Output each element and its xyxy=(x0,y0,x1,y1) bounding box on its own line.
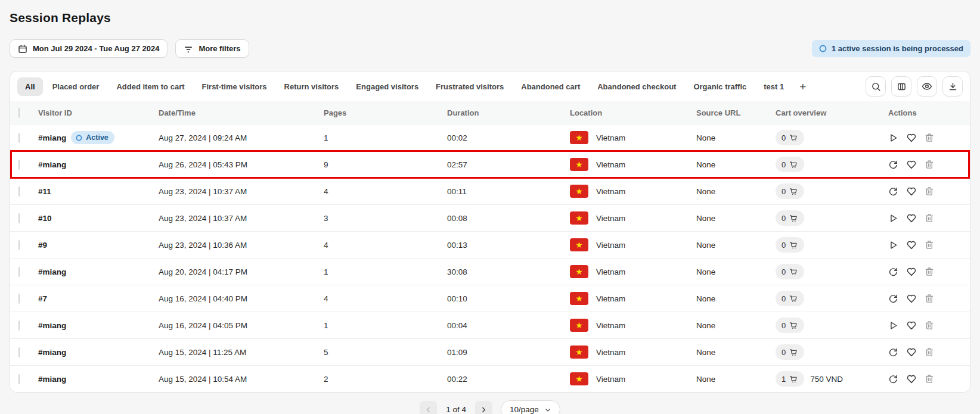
row-checkbox[interactable] xyxy=(18,186,20,197)
tab-all[interactable]: All xyxy=(17,77,43,96)
pages-count: 1 xyxy=(324,321,447,330)
table-row[interactable]: #miang Aug 26, 2024 | 05:43 PM 9 02:57 ★… xyxy=(10,151,970,178)
previous-page-button[interactable] xyxy=(420,401,437,414)
tab-abandoned-checkout[interactable]: Abandoned checkout xyxy=(590,77,684,96)
replay-again-button[interactable] xyxy=(888,160,898,170)
favorite-button[interactable] xyxy=(906,373,917,384)
table-row[interactable]: #miang Active Aug 27, 2024 | 09:24 AM 1 … xyxy=(10,124,970,151)
cart-value: 750 VND xyxy=(810,375,843,384)
tab-engaged-visitors[interactable]: Engaged visitors xyxy=(348,77,426,96)
cart-count: 1 xyxy=(781,375,786,384)
row-checkbox[interactable] xyxy=(18,320,20,331)
page-size-select[interactable]: 10/page xyxy=(501,400,560,414)
favorite-button[interactable] xyxy=(906,266,917,277)
location-name: Vietnam xyxy=(596,294,625,303)
favorite-button[interactable] xyxy=(906,213,917,223)
table-row[interactable]: #9 Aug 23, 2024 | 10:36 AM 4 00:13 ★ Vie… xyxy=(10,231,970,258)
tab-test-1[interactable]: test 1 xyxy=(756,77,792,96)
delete-button[interactable] xyxy=(925,160,934,169)
cart-icon xyxy=(789,240,798,250)
favorite-button[interactable] xyxy=(906,159,917,170)
replay-again-button[interactable] xyxy=(888,347,898,357)
source-url: None xyxy=(696,294,776,303)
session-duration: 00:02 xyxy=(447,133,570,142)
play-session-button[interactable] xyxy=(888,133,898,143)
replay-again-button[interactable] xyxy=(888,267,898,277)
location-name: Vietnam xyxy=(596,267,625,276)
visitor-id: #10 xyxy=(38,214,52,223)
delete-button[interactable] xyxy=(925,186,934,196)
play-session-button[interactable] xyxy=(888,240,898,250)
delete-button[interactable] xyxy=(925,213,934,223)
play-session-button[interactable] xyxy=(888,320,898,331)
row-checkbox[interactable] xyxy=(18,160,20,170)
delete-button[interactable] xyxy=(925,294,934,303)
columns-button[interactable] xyxy=(891,76,911,97)
delete-button[interactable] xyxy=(925,267,934,276)
heart-icon xyxy=(906,239,917,250)
visibility-button[interactable] xyxy=(917,76,937,97)
favorite-button[interactable] xyxy=(906,239,917,250)
tab-first-time-visitors[interactable]: First-time visitors xyxy=(194,77,275,96)
source-url: None xyxy=(696,375,776,384)
cart-count: 0 xyxy=(781,348,786,357)
replay-again-button[interactable] xyxy=(888,186,898,197)
select-all-checkbox[interactable] xyxy=(18,108,20,118)
tab-abandoned-cart[interactable]: Abandoned cart xyxy=(513,77,588,96)
session-datetime: Aug 20, 2024 | 04:17 PM xyxy=(159,267,324,276)
tab-added-item-to-cart[interactable]: Added item to cart xyxy=(108,77,192,96)
eye-icon xyxy=(922,81,932,92)
row-checkbox[interactable] xyxy=(18,347,20,357)
delete-button[interactable] xyxy=(925,374,934,384)
tab-placed-order[interactable]: Placed order xyxy=(45,77,107,96)
replay-again-button[interactable] xyxy=(888,294,898,304)
delete-button[interactable] xyxy=(925,133,934,142)
favorite-button[interactable] xyxy=(906,320,917,331)
tab-return-visitors[interactable]: Return visitors xyxy=(277,77,347,96)
trash-icon xyxy=(925,267,934,276)
active-circle-icon xyxy=(76,135,82,141)
next-page-button[interactable] xyxy=(475,401,492,414)
search-button[interactable] xyxy=(866,76,886,97)
table-row[interactable]: #miang Aug 16, 2024 | 04:05 PM 1 00:04 ★… xyxy=(10,312,970,338)
session-duration: 02:57 xyxy=(447,160,570,169)
add-segment-button[interactable]: + xyxy=(793,79,812,95)
page-indicator: 1 of 4 xyxy=(446,405,466,414)
heart-icon xyxy=(906,347,917,357)
delete-button[interactable] xyxy=(925,240,934,250)
visitor-id: #miang xyxy=(38,375,66,384)
tab-organic-traffic[interactable]: Organic traffic xyxy=(686,77,754,96)
more-filters-label: More filters xyxy=(199,44,240,53)
delete-button[interactable] xyxy=(925,320,934,330)
table-row[interactable]: #miang Aug 15, 2024 | 11:25 AM 5 01:09 ★… xyxy=(10,338,970,365)
toolbar: Mon Jul 29 2024 - Tue Aug 27 2024 More f… xyxy=(10,39,970,58)
table-row[interactable]: #11 Aug 23, 2024 | 10:37 AM 4 00:11 ★ Vi… xyxy=(10,178,970,204)
tab-frustrated-visitors[interactable]: Frustrated visitors xyxy=(428,77,511,96)
replay-again-icon xyxy=(888,374,898,384)
table-row[interactable]: #10 Aug 23, 2024 | 10:37 AM 3 00:08 ★ Vi… xyxy=(10,204,970,231)
row-checkbox[interactable] xyxy=(18,267,20,277)
cart-count: 0 xyxy=(781,160,786,169)
row-checkbox[interactable] xyxy=(18,294,20,304)
favorite-button[interactable] xyxy=(906,186,917,197)
export-button[interactable] xyxy=(942,76,963,97)
date-range-button[interactable]: Mon Jul 29 2024 - Tue Aug 27 2024 xyxy=(10,39,168,58)
cart-count: 0 xyxy=(781,321,786,330)
replay-again-icon xyxy=(888,267,898,277)
favorite-button[interactable] xyxy=(906,132,917,143)
replay-again-button[interactable] xyxy=(888,374,898,384)
favorite-button[interactable] xyxy=(906,293,917,304)
row-checkbox[interactable] xyxy=(18,240,20,250)
more-filters-button[interactable]: More filters xyxy=(175,39,249,58)
table-row[interactable]: #miang Aug 20, 2024 | 04:17 PM 1 30:08 ★… xyxy=(10,258,970,285)
table-row[interactable]: #7 Aug 16, 2024 | 04:40 PM 4 00:10 ★ Vie… xyxy=(10,285,970,312)
favorite-button[interactable] xyxy=(906,347,917,357)
row-checkbox[interactable] xyxy=(18,374,20,384)
replay-again-icon xyxy=(888,347,898,357)
row-checkbox[interactable] xyxy=(18,133,20,143)
row-checkbox[interactable] xyxy=(18,213,20,223)
table-row[interactable]: #miang Aug 15, 2024 | 10:54 AM 2 00:22 ★… xyxy=(10,365,970,392)
play-session-button[interactable] xyxy=(888,213,898,223)
cart-pill: 1 xyxy=(776,371,804,387)
delete-button[interactable] xyxy=(925,347,934,357)
